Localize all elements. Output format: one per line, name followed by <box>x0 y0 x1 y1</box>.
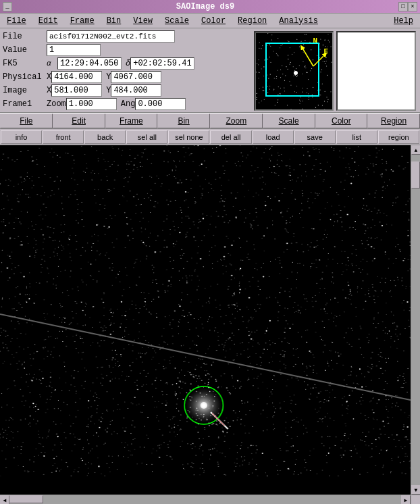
bottom-bar: ◀ ▶ <box>0 495 420 504</box>
reg-save[interactable]: save <box>294 130 336 144</box>
vertical-scrollbar[interactable]: ▲ ▼ <box>411 145 420 495</box>
star-field-canvas <box>0 145 411 476</box>
info-panel: File acisf01712N002_evt2.fits Value 1 FK… <box>0 28 420 113</box>
scroll-down-button[interactable]: ▼ <box>411 485 420 495</box>
minimize-button[interactable]: _ <box>3 2 12 11</box>
title-bar: _ SAOImage ds9 □ × <box>0 0 420 14</box>
img-y-value: 484.000 <box>111 84 161 97</box>
reg-back[interactable]: back <box>84 130 126 144</box>
menu-scale[interactable]: Scale <box>159 15 194 27</box>
tb2-frame[interactable]: Frame <box>105 114 158 128</box>
image-label: Image <box>3 86 47 95</box>
close-button[interactable]: × <box>408 2 417 11</box>
tb2-edit[interactable]: Edit <box>53 114 105 128</box>
physical-label: Physical <box>3 72 47 82</box>
app: _ SAOImage ds9 □ × File Edit Frame Bin V… <box>0 0 420 504</box>
scroll-thumb-h[interactable] <box>9 495 43 503</box>
value-label: Value <box>3 45 47 55</box>
menu-file[interactable]: File <box>1 15 32 27</box>
tb2-color[interactable]: Color <box>315 114 368 128</box>
menu-help[interactable]: Help <box>388 15 419 27</box>
horizontal-scrollbar[interactable]: ◀ ▶ <box>0 495 411 504</box>
fk5-ra-value: 12:29:04.050 <box>57 57 122 70</box>
maximize-button[interactable]: □ <box>398 2 408 11</box>
img-x-label: X <box>47 86 51 95</box>
reg-info[interactable]: info <box>1 130 42 144</box>
main-content: ▲ ▼ <box>0 145 420 495</box>
zoom-label: Zoom <box>47 99 66 109</box>
file-value: acisf01712N002_evt2.fits <box>47 30 175 43</box>
image-area[interactable] <box>0 145 411 495</box>
ang-value: 0.000 <box>135 98 186 110</box>
menu-color[interactable]: Color <box>196 15 231 27</box>
menu-frame[interactable]: Frame <box>65 15 100 27</box>
svg-line-0 <box>303 49 313 66</box>
scroll-track-h[interactable] <box>9 495 401 504</box>
delta-symbol: δ <box>126 59 130 68</box>
preview-star-image: N E <box>254 31 334 111</box>
reg-front[interactable]: front <box>43 130 84 144</box>
reg-list[interactable]: list <box>336 130 377 144</box>
file-row: File acisf01712N002_evt2.fits <box>3 30 248 43</box>
window-title: SAOImage ds9 <box>12 2 398 11</box>
tb2-zoom[interactable]: Zoom <box>210 114 263 128</box>
reg-region[interactable]: region <box>378 130 419 144</box>
frame-row: Frame1 Zoom 1.000 Ang 0.000 <box>3 97 248 111</box>
tb2-file[interactable]: File <box>0 114 53 128</box>
tb2-bin[interactable]: Bin <box>157 114 210 128</box>
scroll-corner <box>411 495 420 504</box>
compass-arrows <box>293 39 327 73</box>
fk5-row: FK5 α 12:29:04.050 δ +02:02:59.41 <box>3 57 248 70</box>
phys-y-value: 4067.000 <box>111 71 161 83</box>
img-y-label: Y <box>106 86 111 95</box>
svg-line-1 <box>313 56 323 66</box>
tb2-scale[interactable]: Scale <box>263 114 315 128</box>
frame1-label: Frame1 <box>3 99 47 109</box>
image-row: Image X 581.000 Y 484.000 <box>3 84 248 97</box>
alpha-symbol: α <box>47 59 57 68</box>
ang-label: Ang <box>121 99 136 109</box>
menu-region[interactable]: Region <box>232 15 272 27</box>
menu-edit[interactable]: Edit <box>33 15 63 27</box>
phys-x-label: X <box>47 72 51 82</box>
menu-view[interactable]: View <box>128 15 158 27</box>
phys-x-value: 4164.000 <box>51 71 102 83</box>
file-label: File <box>3 32 47 41</box>
reg-load[interactable]: load <box>253 130 294 144</box>
menu-bin[interactable]: Bin <box>101 15 127 27</box>
fk5-dec-value: +02:02:59.41 <box>130 57 194 70</box>
reg-sel-none[interactable]: sel none <box>168 130 209 144</box>
reg-del-all[interactable]: del all <box>210 130 251 144</box>
region-bar: info front back sel all sel none del all… <box>0 129 420 145</box>
scroll-left-button[interactable]: ◀ <box>0 495 9 504</box>
img-x-value: 581.000 <box>51 84 102 97</box>
scroll-up-button[interactable]: ▲ <box>411 145 420 155</box>
toolbar2: File Edit Frame Bin Zoom Scale Color Reg… <box>0 113 420 129</box>
reg-sel-all[interactable]: sel all <box>126 130 167 144</box>
pixel-value: 1 <box>47 44 101 56</box>
info-left: File acisf01712N002_evt2.fits Value 1 FK… <box>0 28 251 112</box>
scroll-thumb-v[interactable] <box>411 161 420 188</box>
physical-row: Physical X 4164.000 Y 4067.000 <box>3 70 248 84</box>
scroll-track-v[interactable] <box>411 155 420 485</box>
fk5-label: FK5 <box>3 59 47 68</box>
menu-bar: File Edit Frame Bin View Scale Color Reg… <box>0 14 420 28</box>
phys-y-label: Y <box>106 72 111 82</box>
tb2-region[interactable]: Region <box>367 114 420 128</box>
value-row: Value 1 <box>3 43 248 57</box>
zoom-value: 1.000 <box>66 98 117 110</box>
preview-white-panel <box>336 31 416 111</box>
preview-area: N E <box>251 28 420 112</box>
menu-analysis[interactable]: Analysis <box>273 15 323 27</box>
scroll-right-button[interactable]: ▶ <box>401 495 411 504</box>
